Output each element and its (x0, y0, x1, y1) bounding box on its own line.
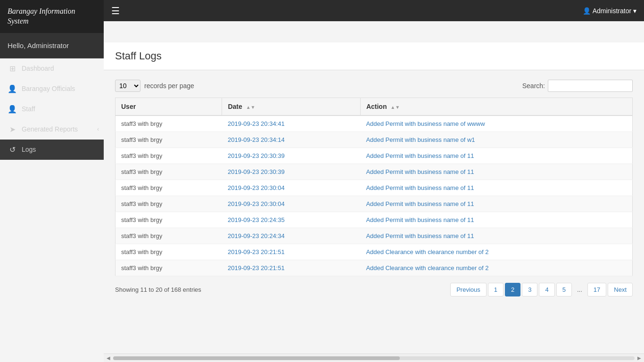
table-row: staff3 with brgy2019-09-23 20:21:51Added… (116, 244, 633, 260)
records-per-page-control: 10 25 50 100 records per page (115, 80, 194, 92)
cell-date: 2019-09-23 20:30:04 (222, 180, 360, 196)
search-label: Search: (522, 82, 545, 90)
pagination-row: Showing 11 to 20 of 168 entries Previous… (115, 283, 633, 296)
chevron-icon: ‹ (97, 126, 99, 132)
reports-icon: ➤ (8, 125, 17, 134)
page-3-button[interactable]: 3 (522, 283, 537, 296)
brand-title: Barangay Information System (0, 0, 104, 33)
scroll-left-arrow[interactable]: ◀ (106, 355, 111, 361)
cell-user: staff3 with brgy (116, 196, 222, 212)
cell-user: staff3 with brgy (116, 164, 222, 180)
col-user: User (116, 98, 222, 116)
logs-icon: ↺ (8, 145, 17, 154)
page-2-button[interactable]: 2 (505, 283, 520, 296)
records-per-page-label: records per page (144, 82, 194, 90)
table-row: staff3 with brgy2019-09-23 20:30:39Added… (116, 164, 633, 180)
sidebar-item-dashboard[interactable]: ⊞ Dashboard (0, 58, 104, 79)
table-row: staff3 with brgy2019-09-23 20:30:39Added… (116, 148, 633, 164)
cell-date: 2019-09-23 20:30:04 (222, 196, 360, 212)
scroll-track[interactable] (113, 356, 635, 360)
scroll-right-arrow[interactable]: ▶ (636, 355, 642, 361)
search-control: Search: (522, 80, 633, 92)
search-input[interactable] (548, 80, 633, 92)
cell-action: Added Permit with business name of 11 (360, 164, 632, 180)
table-body: staff3 with brgy2019-09-23 20:34:41Added… (116, 115, 633, 276)
page-4-button[interactable]: 4 (539, 283, 554, 296)
cell-date: 2019-09-23 20:21:51 (222, 260, 360, 276)
table-row: staff3 with brgy2019-09-23 20:24:35Added… (116, 212, 633, 228)
table-header-row: User Date ▲▼ Action ▲▼ (116, 98, 633, 116)
sidebar-item-label: Staff (22, 105, 35, 113)
cell-user: staff3 with brgy (116, 180, 222, 196)
sidebar: Barangay Information System Hello, Admin… (0, 0, 104, 362)
cell-user: staff3 with brgy (116, 148, 222, 164)
sidebar-item-logs[interactable]: ↺ Logs (0, 140, 104, 160)
sidebar-item-staff[interactable]: 👤 Staff (0, 99, 104, 119)
sidebar-item-generated-reports[interactable]: ➤ Generated Reports ‹ (0, 119, 104, 140)
main-area: ☰ 👤Administrator ▾ Staff Logs 10 25 50 1… (104, 0, 644, 362)
table-row: staff3 with brgy2019-09-23 20:34:41Added… (116, 115, 633, 132)
page-5-button[interactable]: 5 (556, 283, 572, 296)
sidebar-item-label: Logs (22, 146, 36, 153)
cell-date: 2019-09-23 20:30:39 (222, 148, 360, 164)
col-date[interactable]: Date ▲▼ (222, 98, 360, 116)
next-button[interactable]: Next (608, 283, 633, 296)
cell-action: Added Permit with business name of 11 (360, 148, 632, 164)
cell-action: Added Permit with business name of 11 (360, 180, 632, 196)
sidebar-item-barangay-officials[interactable]: 👤 Barangay Officials (0, 79, 104, 99)
sort-icon-action: ▲▼ (390, 105, 400, 110)
content-body: 10 25 50 100 records per page Search: (104, 70, 644, 354)
table-row: staff3 with brgy2019-09-23 20:34:14Added… (116, 132, 633, 148)
sidebar-item-label: Barangay Officials (22, 85, 75, 92)
cell-action: Added Permit with business name of wwww (360, 115, 632, 132)
cell-user: staff3 with brgy (116, 228, 222, 244)
content-header: Staff Logs (104, 42, 644, 70)
page-17-button[interactable]: 17 (587, 283, 606, 296)
cell-user: staff3 with brgy (116, 115, 222, 132)
sidebar-item-label: Generated Reports (22, 125, 78, 133)
hamburger-icon[interactable]: ☰ (111, 5, 120, 16)
cell-date: 2019-09-23 20:30:39 (222, 164, 360, 180)
page-1-button[interactable]: 1 (488, 283, 504, 296)
cell-date: 2019-09-23 20:21:51 (222, 244, 360, 260)
prev-button[interactable]: Previous (450, 283, 487, 296)
cell-action: Added Permit with business name of 11 (360, 196, 632, 212)
cell-action: Added Permit with business name of w1 (360, 132, 632, 148)
horizontal-scrollbar[interactable]: ◀ ▶ (104, 354, 644, 362)
cell-action: Added Permit with business name of 11 (360, 212, 632, 228)
logs-table: User Date ▲▼ Action ▲▼ staff3 with brgy2… (115, 98, 633, 276)
sort-icon: ▲▼ (246, 105, 256, 110)
topbar: ☰ 👤Administrator ▾ (104, 0, 644, 21)
cell-date: 2019-09-23 20:34:41 (222, 115, 360, 132)
admin-dropdown[interactable]: 👤Administrator ▾ (583, 7, 636, 15)
page-title: Staff Logs (115, 50, 633, 62)
cell-user: staff3 with brgy (116, 260, 222, 276)
cell-action: Added Clearance with clearance number of… (360, 260, 632, 276)
table-row: staff3 with brgy2019-09-23 20:30:04Added… (116, 196, 633, 212)
table-row: staff3 with brgy2019-09-23 20:24:34Added… (116, 228, 633, 244)
cell-user: staff3 with brgy (116, 132, 222, 148)
table-row: staff3 with brgy2019-09-23 20:30:04Added… (116, 180, 633, 196)
sidebar-item-label: Dashboard (22, 65, 54, 72)
cell-user: staff3 with brgy (116, 212, 222, 228)
scroll-thumb[interactable] (113, 356, 400, 360)
cell-action: Added Permit with business name of 11 (360, 228, 632, 244)
records-per-page-select[interactable]: 10 25 50 100 (115, 80, 140, 92)
user-greeting: Hello, Administrator (0, 33, 104, 58)
dashboard-icon: ⊞ (8, 64, 17, 73)
cell-user: staff3 with brgy (116, 244, 222, 260)
pagination: Previous 1 2 3 4 5 ... 17 Next (450, 283, 633, 296)
controls-row: 10 25 50 100 records per page Search: (115, 80, 633, 92)
table-row: staff3 with brgy2019-09-23 20:21:51Added… (116, 260, 633, 276)
showing-text: Showing 11 to 20 of 168 entries (115, 286, 201, 293)
cell-date: 2019-09-23 20:24:34 (222, 228, 360, 244)
col-action[interactable]: Action ▲▼ (360, 98, 632, 116)
officials-icon: 👤 (8, 84, 17, 93)
cell-action: Added Clearance with clearance number of… (360, 244, 632, 260)
ellipsis: ... (573, 283, 586, 296)
cell-date: 2019-09-23 20:34:14 (222, 132, 360, 148)
cell-date: 2019-09-23 20:24:35 (222, 212, 360, 228)
staff-icon: 👤 (8, 105, 17, 114)
